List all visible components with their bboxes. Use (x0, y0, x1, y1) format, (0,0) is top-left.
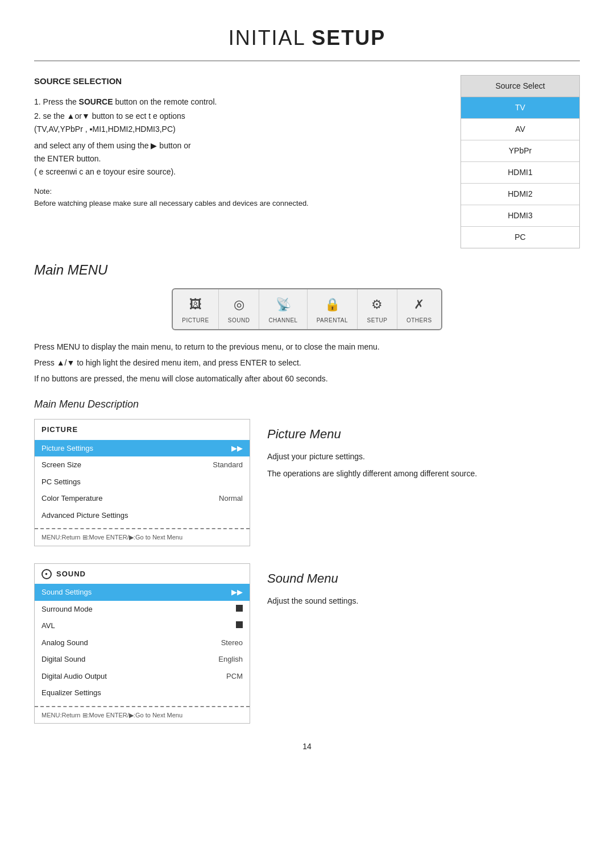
row-label: Analog Sound (42, 637, 88, 649)
source-panel: Source Select TVAVYPbPrHDMI1HDMI2HDMI3PC (460, 75, 580, 248)
menu-bar-item-picture[interactable]: 🖼PICTURE (173, 289, 218, 329)
title-bold: SETUP (312, 26, 385, 49)
picture-panel-row: PC Settings (35, 474, 250, 491)
source-step3-sub: the ENTER button. (34, 153, 447, 165)
menu-bar-item-sound[interactable]: ◎SOUND (219, 289, 260, 329)
menu-bar-item-parental[interactable]: 🔒PARENTAL (308, 289, 358, 329)
menu-bar-item-channel[interactable]: 📡CHANNEL (259, 289, 307, 329)
row-label: PC Settings (42, 476, 81, 488)
menu-bar-item-others[interactable]: ✗OTHERS (397, 289, 441, 329)
menu-label-setup: SETUP (367, 316, 388, 325)
picture-panel-row: Screen SizeStandard (35, 456, 250, 474)
menu-label-picture: PICTURE (182, 316, 209, 325)
source-panel-item: PC (461, 227, 579, 248)
menu-label-channel: CHANNEL (268, 316, 297, 325)
sound-panel-footer: MENU:Return ⊞:Move ENTER/▶:Go to Next Me… (35, 706, 250, 724)
sound-panel-row: Surround Mode (35, 601, 250, 618)
picture-panel-row: Color TemperatureNormal (35, 490, 250, 507)
main-menu-desc-title: Main Menu Description (34, 397, 580, 412)
row-label: AVL (42, 620, 55, 632)
row-value: Stereo (221, 637, 243, 649)
menu-icon-sound: ◎ (234, 295, 244, 314)
picture-panel: PICTURE Picture Settings▶▶Screen SizeSta… (34, 419, 250, 546)
press-text-3: If no buttons are pressed, the menu will… (34, 372, 580, 386)
row-label: Equalizer Settings (42, 687, 101, 699)
main-menu-title: Main MENU (34, 260, 580, 280)
sound-panel-row: Analog SoundStereo (35, 634, 250, 651)
source-step3: and select any of them using the ▶ butto… (34, 140, 447, 152)
source-panel-item: HDMI3 (461, 205, 579, 227)
picture-panel-footer: MENU:Return ⊞:Move ENTER/▶:Go to Next Me… (35, 528, 250, 546)
title-normal: INITIAL (229, 26, 312, 49)
row-label: Digital Sound (42, 654, 85, 665)
menu-label-parental: PARENTAL (317, 316, 348, 325)
row-label: Color Temperature (42, 493, 102, 504)
source-step2-sub: (TV,AV,YPbPr , ▪MI1,HDMI2,HDMI3,PC) (34, 123, 447, 135)
sound-panel-row: Digital Audio OutputPCM (35, 668, 250, 685)
sound-panel-row: Equalizer Settings (35, 684, 250, 701)
source-panel-item: YPbPr (461, 140, 579, 162)
picture-panel-row: Advanced Picture Settings (35, 507, 250, 524)
row-value: Normal (219, 493, 243, 504)
sound-right-text1: Adjust the sound settings. (267, 595, 580, 608)
row-label: Surround Mode (42, 604, 93, 615)
picture-right-text2: The operations are slightly different am… (267, 467, 580, 481)
source-panel-item: HDMI1 (461, 162, 579, 184)
menu-icon-channel: 📡 (276, 295, 291, 314)
source-step2: 2. se the ▲or▼ button to se ect t e opti… (34, 110, 447, 122)
menu-bar: 🖼PICTURE◎SOUND📡CHANNEL🔒PARENTAL⚙SETUP✗OT… (172, 288, 442, 330)
source-selection-title: SOURCE SELECTION (34, 75, 447, 88)
sound-panel-row: Sound Settings▶▶ (35, 584, 250, 601)
row-value (236, 620, 243, 632)
row-label: Picture Settings (42, 443, 93, 454)
sound-panel-row: AVL (35, 617, 250, 634)
picture-right-text1: Adjust your picture settings. (267, 450, 580, 464)
source-step1: 1. Press the SOURCE button on the remote… (34, 96, 447, 108)
menu-label-others: OTHERS (406, 316, 432, 325)
menu-bar-wrapper: 🖼PICTURE◎SOUND📡CHANNEL🔒PARENTAL⚙SETUP✗OT… (34, 288, 580, 330)
menu-icon-setup: ⚙ (371, 295, 383, 314)
picture-right: Picture Menu Adjust your picture setting… (267, 419, 580, 546)
source-panel-item: AV (461, 119, 579, 140)
press-text-2: Press ▲/▼ to high light the desired menu… (34, 356, 580, 370)
source-step3-sub2: ( e screenwi c an e toyour esire source)… (34, 166, 447, 178)
sound-panel-row: Digital SoundEnglish (35, 651, 250, 668)
row-value: Standard (213, 459, 243, 471)
picture-panel-row: Picture Settings▶▶ (35, 440, 250, 457)
sound-right-title: Sound Menu (267, 569, 580, 588)
menu-icon-parental: 🔒 (325, 295, 340, 314)
picture-right-title: Picture Menu (267, 425, 580, 443)
row-value: English (218, 654, 243, 665)
sound-circle-icon: ● (42, 569, 52, 579)
row-value (236, 604, 243, 615)
sound-panel: ● SOUND Sound Settings▶▶Surround ModeAVL… (34, 563, 250, 724)
note-label: Note: (34, 186, 447, 197)
menu-icon-others: ✗ (414, 295, 424, 314)
row-value: PCM (226, 671, 243, 682)
page-title: INITIAL SETUP (34, 23, 580, 61)
row-value: ▶▶ (231, 443, 243, 454)
row-label: Screen Size (42, 459, 81, 471)
row-label: Sound Settings (42, 587, 92, 598)
sound-panel-header: ● SOUND (35, 564, 250, 584)
row-value: ▶▶ (231, 587, 243, 598)
row-label: Advanced Picture Settings (42, 510, 128, 521)
source-panel-item: TV (461, 97, 579, 119)
menu-icon-picture: 🖼 (189, 295, 202, 314)
menu-bar-item-setup[interactable]: ⚙SETUP (358, 289, 397, 329)
press-text-1: Press MENU to display the main menu, to … (34, 340, 580, 354)
sound-right: Sound Menu Adjust the sound settings. (267, 563, 580, 724)
source-panel-item: HDMI2 (461, 184, 579, 205)
note-text: Before watching please make sure all nec… (34, 198, 447, 209)
page-number: 14 (34, 741, 580, 753)
picture-panel-header: PICTURE (35, 420, 250, 440)
row-label: Digital Audio Output (42, 671, 107, 682)
menu-label-sound: SOUND (228, 316, 250, 325)
source-panel-header: Source Select (460, 75, 580, 97)
